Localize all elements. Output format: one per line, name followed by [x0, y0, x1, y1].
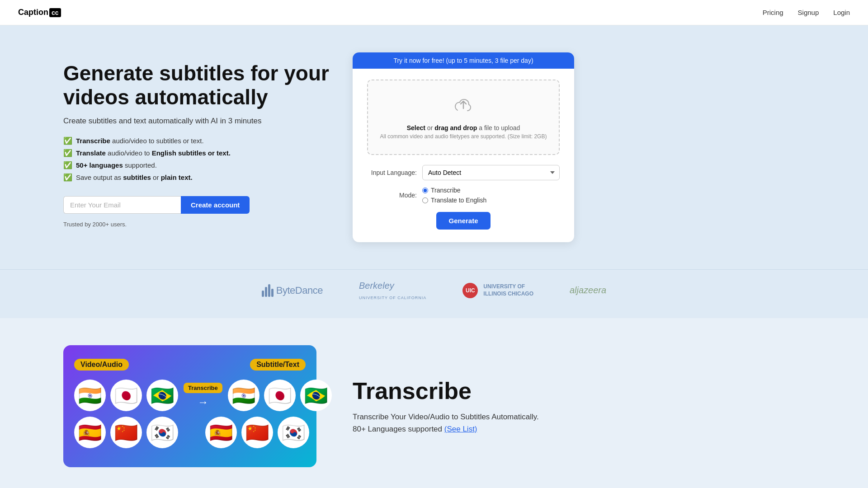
radio-translate[interactable]: Translate to English [422, 197, 486, 204]
berkeley-logo: Berkeley University of California [359, 281, 426, 300]
email-row: Create account [63, 196, 335, 214]
feature-3-bold: 50+ languages [76, 161, 123, 169]
check-icon-3: ✅ [63, 161, 72, 169]
check-icon-1: ✅ [63, 136, 72, 145]
card-banner: Try it now for free! (up to 5 minutes, 3… [353, 52, 574, 69]
transcribe-heading: Transcribe [353, 377, 805, 404]
feature-2-bold: Translate [76, 149, 106, 157]
check-icon-4: ✅ [63, 173, 72, 182]
berkeley-text: Berkeley [359, 281, 394, 291]
uic-line2: ILLINOIS CHICAGO [483, 291, 533, 298]
radio-transcribe-label: Transcribe [431, 187, 461, 194]
pricing-link[interactable]: Pricing [763, 9, 783, 16]
flags-left-row2: 🇪🇸 🇨🇳 🇰🇷 [74, 417, 178, 448]
feature-4-bold1: subtitles [123, 174, 151, 181]
flag-china-l: 🇨🇳 [110, 417, 142, 448]
hero-section: Generate subtitles for your videos autom… [0, 25, 868, 269]
drop-zone-text: Select or drag and drop a file to upload [407, 124, 520, 131]
feature-1: ✅ Transcribe audio/video to subtitles or… [63, 136, 335, 145]
language-label: Input Language: [367, 169, 417, 176]
bytedance-bars [262, 284, 274, 297]
uic-badge: UIC [462, 283, 478, 298]
features-list: ✅ Transcribe audio/video to subtitles or… [63, 136, 335, 182]
flag-china-r: 🇨🇳 [241, 417, 273, 448]
uic-logo: UIC UNIVERSITY OF ILLINOIS CHICAGO [462, 283, 533, 298]
logo-cc: cc [49, 8, 61, 17]
mode-row: Mode: Transcribe Translate to English [367, 187, 560, 204]
flags-left-row1: 🇮🇳 🇯🇵 🇧🇷 [74, 380, 178, 411]
language-row: Input Language: Auto Detect English Span… [367, 165, 560, 180]
transcribe-section: Video/Audio Subtitle/Text 🇮🇳 🇯🇵 🇧🇷 Trans… [0, 318, 868, 488]
feature-2-bold2: English subtitles or text. [152, 149, 231, 157]
drop-select: Select [407, 124, 425, 131]
transcribe-badge: Transcribe [184, 383, 222, 393]
logos-section: ByteDance Berkeley University of Califor… [0, 269, 868, 318]
logo-caption: Caption [18, 8, 48, 17]
email-input[interactable] [63, 196, 181, 214]
trusted-text: Trusted by 2000+ users. [63, 221, 335, 228]
transcribe-languages-text: 80+ Languages supported [353, 425, 444, 433]
bar2 [265, 287, 267, 297]
hero-left: Generate subtitles for your videos autom… [63, 52, 335, 228]
flag-korea-l: 🇰🇷 [146, 417, 178, 448]
arrow-right: → [198, 396, 208, 408]
bar1 [262, 291, 264, 297]
create-account-button[interactable]: Create account [181, 196, 250, 214]
flag-korea-r: 🇰🇷 [278, 417, 309, 448]
language-select[interactable]: Auto Detect English Spanish French Germa… [422, 165, 560, 180]
card-body: Select or drag and drop a file to upload… [353, 69, 574, 242]
uic-text: UNIVERSITY OF ILLINOIS CHICAGO [483, 283, 533, 297]
aljazeera-logo: aljazeera [570, 285, 606, 296]
flag-japan-r: 🇯🇵 [264, 380, 296, 411]
radio-transcribe[interactable]: Transcribe [422, 187, 486, 194]
uic-line1: UNIVERSITY OF [483, 283, 533, 291]
demo-middle-row1: Transcribe → [184, 383, 222, 408]
bar4 [271, 289, 274, 297]
feature-4: ✅ Save output as subtitles or plain text… [63, 173, 335, 182]
logo: Captioncc [18, 8, 61, 17]
drop-drag: drag and drop [434, 124, 477, 131]
flag-brazil-l: 🇧🇷 [146, 380, 178, 411]
mode-radio-group: Transcribe Translate to English [422, 187, 486, 204]
radio-transcribe-input[interactable] [422, 188, 428, 193]
demo-left-label: Video/Audio [74, 359, 129, 371]
transcribe-text-section: Transcribe Transcribe Your Video/Audio t… [353, 377, 805, 435]
radio-translate-input[interactable] [422, 197, 428, 203]
demo-middle-row2 [184, 431, 200, 434]
demo-row-1: 🇮🇳 🇯🇵 🇧🇷 Transcribe → 🇮🇳 🇯🇵 🇧🇷 [74, 380, 306, 411]
hero-right: Try it now for free! (up to 5 minutes, 3… [353, 52, 574, 242]
flags-right-row2: 🇪🇸 🇨🇳 🇰🇷 [205, 417, 309, 448]
feature-4-bold2: plain text. [161, 174, 193, 181]
flag-india-l: 🇮🇳 [74, 380, 106, 411]
login-link[interactable]: Login [833, 9, 850, 16]
bar3 [268, 284, 270, 297]
bytedance-text: ByteDance [276, 285, 323, 296]
see-list-link[interactable]: (See List) [444, 425, 477, 433]
radio-translate-label: Translate to English [431, 197, 486, 204]
mode-label: Mode: [367, 192, 417, 199]
feature-3: ✅ 50+ languages supported. [63, 161, 335, 169]
hero-headline: Generate subtitles for your videos autom… [63, 61, 335, 109]
generate-button[interactable]: Generate [436, 212, 491, 230]
upload-card: Try it now for free! (up to 5 minutes, 3… [353, 52, 574, 242]
flag-india-r: 🇮🇳 [228, 380, 259, 411]
nav-links: Pricing Signup Login [763, 9, 850, 16]
bytedance-logo: ByteDance [262, 284, 323, 297]
demo-card: Video/Audio Subtitle/Text 🇮🇳 🇯🇵 🇧🇷 Trans… [63, 345, 316, 467]
navbar: Captioncc Pricing Signup Login [0, 0, 868, 25]
flag-spain-l: 🇪🇸 [74, 417, 106, 448]
demo-right-label: Subtitle/Text [250, 359, 306, 371]
drop-zone[interactable]: Select or drag and drop a file to upload… [367, 80, 560, 155]
aljazeera-text: aljazeera [570, 285, 606, 296]
flag-japan-l: 🇯🇵 [110, 380, 142, 411]
hero-subtitle: Create subtitles and text automatically … [63, 117, 335, 126]
berkeley-sub: University of California [359, 296, 426, 300]
transcribe-desc2: 80+ Languages supported (See List) [353, 423, 805, 435]
flags-right-row1: 🇮🇳 🇯🇵 🇧🇷 [228, 380, 332, 411]
signup-link[interactable]: Signup [798, 9, 819, 16]
transcribe-desc1: Transcribe Your Video/Audio to Subtitles… [353, 411, 805, 423]
check-icon-2: ✅ [63, 149, 72, 157]
demo-labels: Video/Audio Subtitle/Text [74, 359, 306, 371]
demo-row-2: 🇪🇸 🇨🇳 🇰🇷 🇪🇸 🇨🇳 🇰🇷 [74, 417, 306, 448]
upload-icon [453, 95, 474, 120]
